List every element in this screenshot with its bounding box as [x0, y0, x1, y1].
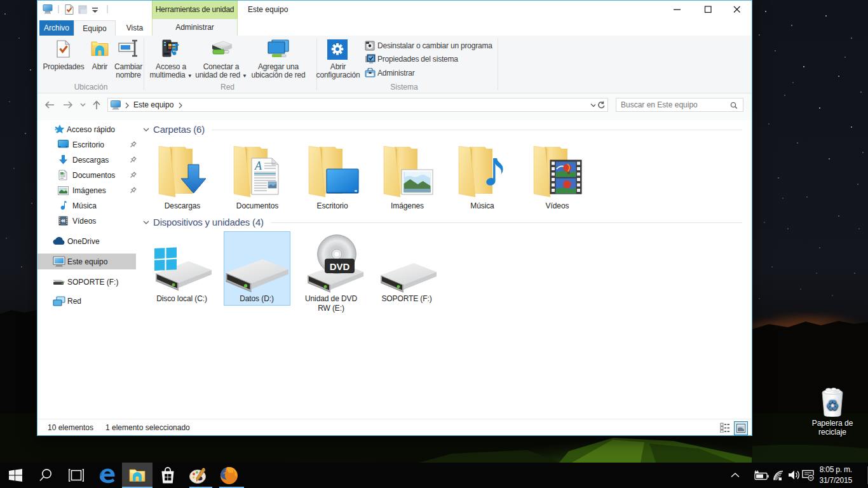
svg-text:♻: ♻	[826, 397, 839, 414]
svg-text:DVD: DVD	[330, 261, 350, 272]
svg-text:A: A	[254, 159, 262, 172]
